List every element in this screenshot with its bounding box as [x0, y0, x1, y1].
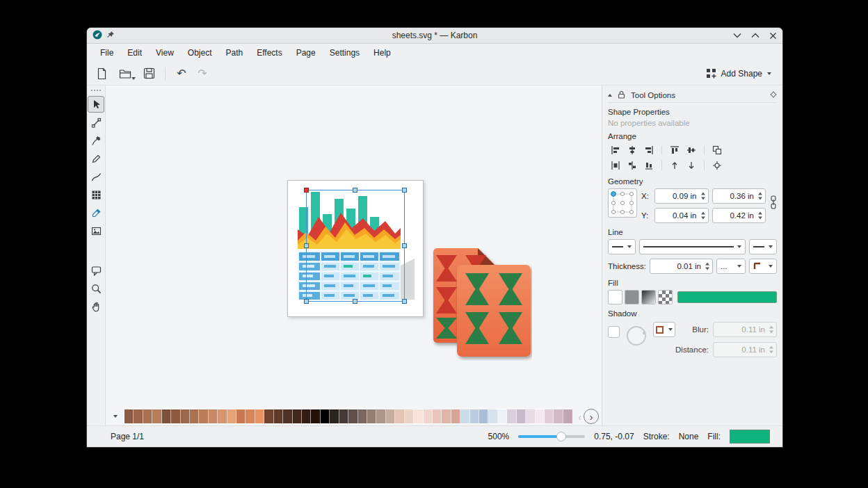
line-style-combo[interactable]: [639, 239, 746, 254]
selection-handle-middle-right[interactable]: [402, 243, 407, 248]
open-recent-chevron-icon[interactable]: [131, 77, 136, 80]
dock-float-icon[interactable]: [770, 91, 777, 99]
palette-swatch[interactable]: [376, 409, 385, 423]
palette-scroll-right-button[interactable]: ›: [584, 409, 599, 424]
palette-swatch[interactable]: [255, 409, 264, 423]
position-anchor-widget[interactable]: [608, 188, 637, 218]
line-start-marker-combo[interactable]: [608, 239, 636, 254]
selection-handle-bottom-center[interactable]: [353, 299, 357, 304]
shadow-blur-spinbox[interactable]: 0.11 in: [713, 322, 777, 337]
menu-item-settings[interactable]: Settings: [323, 46, 366, 60]
toolbox-grip[interactable]: [91, 90, 101, 91]
titlebar[interactable]: sheets.svg * — Karbon: [87, 28, 782, 44]
shadow-enable-checkbox[interactable]: [608, 326, 620, 338]
palette-swatch[interactable]: [264, 409, 273, 423]
palette-swatch[interactable]: [554, 409, 563, 423]
dash-pattern-combo[interactable]: ...: [716, 259, 746, 274]
menu-item-page[interactable]: Page: [290, 46, 322, 60]
callout-tool[interactable]: [88, 262, 104, 279]
pan-tool[interactable]: [88, 298, 104, 315]
selection-handle-top-left[interactable]: [304, 188, 309, 193]
palette-swatch[interactable]: [274, 409, 283, 423]
palette-swatch[interactable]: [124, 409, 134, 423]
open-document-button[interactable]: [113, 65, 137, 83]
palette-swatch[interactable]: [470, 409, 479, 423]
line-end-marker-combo[interactable]: [749, 239, 777, 254]
new-document-button[interactable]: [93, 65, 111, 83]
canvas[interactable]: ‹ ›: [106, 86, 602, 425]
selection-handle-bottom-right[interactable]: [402, 299, 407, 304]
undo-button[interactable]: ↶: [172, 65, 191, 83]
menu-item-file[interactable]: File: [94, 46, 120, 60]
palette-swatch[interactable]: [545, 409, 554, 423]
palette-swatch[interactable]: [517, 409, 526, 423]
zoom-tool[interactable]: [88, 280, 104, 297]
fill-color-bar[interactable]: [677, 291, 777, 303]
palette-swatch[interactable]: [451, 409, 460, 423]
menu-item-edit[interactable]: Edit: [121, 46, 148, 60]
gradient-edit-tool[interactable]: [88, 222, 104, 239]
distribute-right-button[interactable]: [641, 158, 657, 172]
palette-swatch[interactable]: [488, 409, 497, 423]
palette-scroll-left-button[interactable]: ‹: [578, 412, 581, 422]
shadow-distance-spinbox[interactable]: 0.11 in: [713, 342, 777, 357]
shadow-color-combo[interactable]: [653, 322, 675, 337]
palette-swatch[interactable]: [190, 409, 199, 423]
pen-tool[interactable]: [88, 150, 104, 167]
align-left-button[interactable]: [608, 143, 623, 157]
fill-color-swatch[interactable]: [730, 430, 770, 444]
menu-item-object[interactable]: Object: [182, 46, 218, 60]
shadow-angle-dial[interactable]: [625, 325, 648, 348]
close-button[interactable]: [769, 32, 777, 40]
pin-icon[interactable]: [106, 31, 115, 41]
palette-swatch[interactable]: [386, 409, 395, 423]
palette-swatch[interactable]: [246, 409, 255, 423]
pencil-tool[interactable]: [88, 168, 104, 185]
align-middle-vertical-button[interactable]: [684, 143, 699, 157]
palette-swatch[interactable]: [283, 409, 292, 423]
palette-swatch[interactable]: [330, 409, 339, 423]
pattern-edit-tool[interactable]: [88, 186, 104, 203]
zoom-slider[interactable]: [518, 432, 585, 441]
lower-shape-button[interactable]: [684, 158, 699, 172]
palette-swatch[interactable]: [321, 409, 330, 423]
palette-swatch[interactable]: [526, 409, 535, 423]
palette-swatch[interactable]: [302, 409, 311, 423]
palette-swatch[interactable]: [236, 409, 246, 423]
line-join-combo[interactable]: [749, 259, 777, 274]
align-center-horizontal-button[interactable]: [625, 143, 640, 157]
selection-handle-bottom-left[interactable]: [304, 299, 309, 304]
palette-swatch[interactable]: [293, 409, 302, 423]
edit-shapes-tool[interactable]: [88, 114, 104, 131]
menu-item-help[interactable]: Help: [367, 46, 397, 60]
align-top-button[interactable]: [667, 143, 682, 157]
height-spinbox[interactable]: 0.42 in: [712, 208, 766, 223]
fill-solid-button[interactable]: [625, 290, 639, 304]
menu-item-path[interactable]: Path: [220, 46, 250, 60]
palette-options-button[interactable]: [108, 409, 122, 423]
fill-none-button[interactable]: [608, 290, 622, 304]
palette-swatch[interactable]: [171, 409, 180, 423]
fill-gradient-button[interactable]: [641, 290, 656, 304]
palette-swatch[interactable]: [358, 409, 367, 423]
palette-swatch[interactable]: [311, 409, 320, 423]
palette-swatch[interactable]: [181, 409, 190, 423]
palette-swatch[interactable]: [348, 409, 357, 423]
palette-swatch[interactable]: [460, 409, 469, 423]
redo-button[interactable]: ↷: [193, 65, 211, 83]
palette-swatch[interactable]: [395, 409, 404, 423]
dock-collapse-icon[interactable]: [608, 94, 612, 97]
palette-swatch[interactable]: [227, 409, 236, 423]
calligraphy-tool[interactable]: [88, 132, 104, 149]
width-spinbox[interactable]: 0.36 in: [712, 188, 766, 204]
palette-swatch[interactable]: [143, 409, 152, 423]
add-shape-button[interactable]: Add Shape: [700, 65, 777, 81]
palette-swatch[interactable]: [209, 409, 218, 423]
zoom-slider-knob[interactable]: [556, 432, 566, 441]
palette-swatch[interactable]: [405, 409, 414, 423]
selection-handle-top-center[interactable]: [353, 188, 357, 193]
group-shapes-button[interactable]: [709, 143, 725, 157]
palette-swatch[interactable]: [424, 409, 433, 423]
document-page[interactable]: [287, 180, 424, 317]
palette-swatch[interactable]: [339, 409, 348, 423]
